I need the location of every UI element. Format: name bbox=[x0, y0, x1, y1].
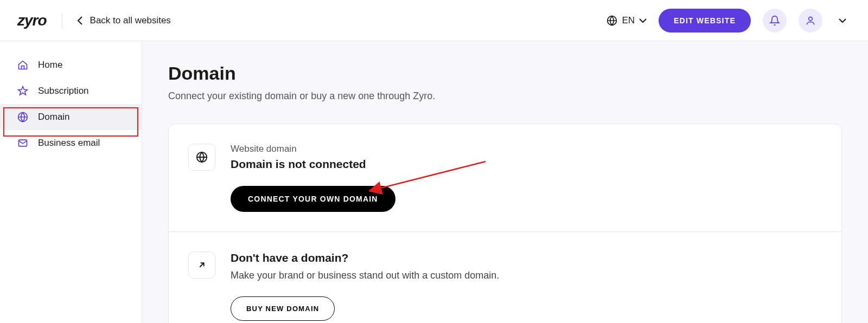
app-header: zyro Back to all websites EN EDIT WEBSIT… bbox=[0, 0, 868, 41]
buy-domain-button[interactable]: BUY NEW DOMAIN bbox=[231, 296, 335, 321]
bell-icon bbox=[769, 15, 780, 26]
globe-icon bbox=[607, 15, 617, 26]
card-label: Website domain bbox=[231, 144, 395, 154]
domain-cards: Website domain Domain is not connected C… bbox=[168, 124, 842, 323]
header-actions: EN EDIT WEBSITE bbox=[607, 9, 851, 33]
card-icon-box bbox=[188, 144, 215, 171]
main-layout: Home Subscription Domain Business email … bbox=[0, 41, 868, 323]
sidebar-item-label: Business email bbox=[38, 138, 100, 148]
card-icon-box bbox=[188, 251, 215, 279]
buy-domain-card: Don't have a domain? Make your brand or … bbox=[169, 231, 841, 323]
account-menu-toggle[interactable] bbox=[834, 9, 851, 33]
buy-heading: Don't have a domain? bbox=[231, 251, 499, 264]
home-icon bbox=[17, 60, 28, 70]
notifications-button[interactable] bbox=[763, 9, 787, 33]
logo: zyro bbox=[17, 12, 47, 29]
page-title: Domain bbox=[168, 63, 842, 84]
sidebar-item-business-email[interactable]: Business email bbox=[0, 130, 142, 156]
lang-code: EN bbox=[622, 15, 635, 26]
back-to-websites-link[interactable]: Back to all websites bbox=[78, 15, 171, 26]
globe-icon bbox=[196, 151, 208, 163]
main-content: Domain Connect your existing domain or b… bbox=[142, 41, 868, 323]
account-button[interactable] bbox=[799, 9, 822, 33]
sidebar-item-label: Home bbox=[38, 60, 62, 70]
chevron-down-icon bbox=[639, 18, 647, 23]
sidebar-item-subscription[interactable]: Subscription bbox=[0, 78, 142, 104]
card-body: Don't have a domain? Make your brand or … bbox=[231, 251, 499, 321]
sidebar-item-domain[interactable]: Domain bbox=[0, 104, 142, 130]
sidebar: Home Subscription Domain Business email bbox=[0, 41, 142, 323]
language-picker[interactable]: EN bbox=[607, 15, 647, 26]
buy-description: Make your brand or business stand out wi… bbox=[231, 270, 499, 281]
connect-domain-button[interactable]: CONNECT YOUR OWN DOMAIN bbox=[231, 186, 395, 212]
edit-website-button[interactable]: EDIT WEBSITE bbox=[659, 9, 751, 33]
website-domain-card: Website domain Domain is not connected C… bbox=[169, 124, 841, 231]
sidebar-item-label: Subscription bbox=[38, 86, 89, 96]
mail-icon bbox=[17, 138, 28, 148]
star-icon bbox=[17, 86, 28, 96]
chevron-down-icon bbox=[839, 18, 846, 23]
divider bbox=[62, 13, 62, 28]
card-body: Website domain Domain is not connected C… bbox=[231, 144, 395, 212]
arrow-upright-icon bbox=[197, 260, 207, 270]
sidebar-item-home[interactable]: Home bbox=[0, 52, 142, 78]
page-subtitle: Connect your existing domain or buy a ne… bbox=[168, 91, 842, 102]
sidebar-item-label: Domain bbox=[38, 112, 70, 122]
globe-icon bbox=[17, 112, 28, 122]
back-label: Back to all websites bbox=[90, 15, 171, 26]
svg-point-1 bbox=[809, 17, 813, 21]
user-icon bbox=[805, 15, 816, 26]
chevron-left-icon bbox=[78, 16, 82, 25]
domain-status: Domain is not connected bbox=[231, 158, 395, 171]
